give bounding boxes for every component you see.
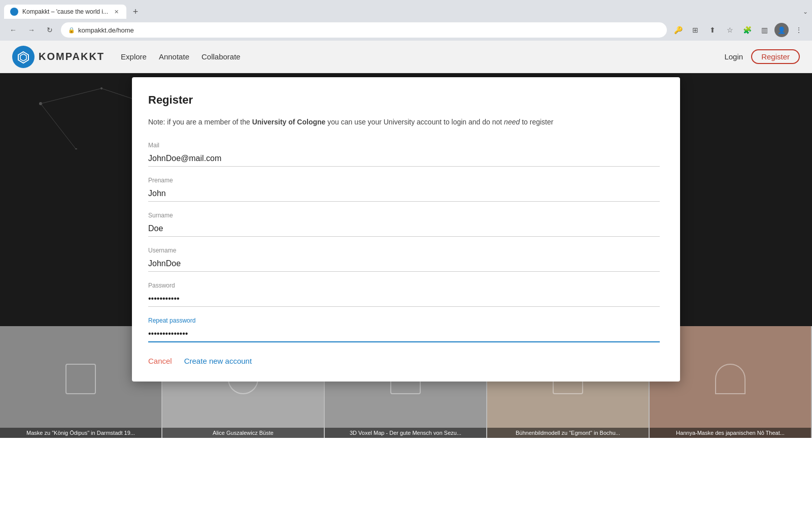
create-account-button[interactable]: Create new account	[184, 357, 252, 365]
nav-links: Explore Annotate Collaborate	[121, 52, 724, 61]
note-suffix: to register	[520, 118, 553, 126]
lock-icon: 🔒	[68, 27, 75, 34]
gallery-label-1: Maske zu "König Ödipus" in Darmstadt 19.…	[0, 428, 161, 438]
app-header: KOMPAKKT Explore Annotate Collaborate Lo…	[0, 41, 812, 73]
header-actions: Login Register	[724, 49, 800, 64]
back-button[interactable]: ←	[6, 23, 20, 37]
surname-label: Surname	[148, 212, 660, 219]
surname-field: Surname	[148, 212, 660, 237]
password-label: Password	[148, 282, 660, 289]
new-tab-button[interactable]: +	[128, 5, 143, 19]
gallery-label-5: Hannya-Maske des japanischen Nô Theat...	[650, 428, 811, 438]
note-italic: need	[504, 118, 520, 126]
profile-icon[interactable]: 👤	[774, 23, 789, 37]
password-input[interactable]	[148, 291, 660, 307]
logo[interactable]: KOMPAKKT	[12, 46, 105, 68]
tab-bar: Kompakkt – 'cause the world i... ✕ + ⌄	[0, 0, 812, 19]
gallery-label-3: 3D Voxel Map - Der gute Mensch von Sezu.…	[325, 428, 486, 438]
page-background: Register Note: if you are a member of th…	[0, 73, 812, 438]
prename-label: Prename	[148, 177, 660, 184]
password-icon[interactable]: 🔑	[671, 23, 685, 37]
mail-field: Mail	[148, 142, 660, 167]
tab-title: Kompakkt – 'cause the world i...	[22, 8, 108, 15]
login-button[interactable]: Login	[724, 52, 743, 61]
mail-input[interactable]	[148, 151, 660, 167]
address-bar: ← → ↻ 🔒 kompakkt.de/home 🔑 ⊞ ⬆ ☆ 🧩 ▥ 👤 ⋮	[0, 19, 812, 41]
prename-input[interactable]	[148, 186, 660, 202]
repeat-password-field: Repeat password	[148, 317, 660, 342]
repeat-password-input[interactable]	[148, 326, 660, 342]
tab-favicon	[10, 8, 18, 16]
bookmark-icon[interactable]: ☆	[723, 23, 737, 37]
cancel-button[interactable]: Cancel	[148, 357, 172, 365]
gallery-shape-5	[715, 364, 746, 394]
note-mid: you can use your University account to l…	[325, 118, 504, 126]
note-prefix: Note: if you are a member of the	[148, 118, 252, 126]
share-icon[interactable]: ⬆	[705, 23, 720, 37]
forward-button[interactable]: →	[24, 23, 39, 37]
gallery-label-2: Alice Guszalewicz Büste	[162, 428, 324, 438]
repeat-password-label: Repeat password	[148, 317, 660, 324]
svg-marker-1	[20, 54, 26, 61]
register-button[interactable]: Register	[751, 49, 800, 64]
gallery-shape-1	[65, 364, 96, 394]
nav-collaborate[interactable]: Collaborate	[201, 52, 241, 61]
url-bar[interactable]: 🔒 kompakkt.de/home	[61, 22, 667, 38]
prename-field: Prename	[148, 177, 660, 202]
nav-annotate[interactable]: Annotate	[159, 52, 189, 61]
logo-icon	[12, 46, 35, 68]
username-input[interactable]	[148, 256, 660, 272]
surname-input[interactable]	[148, 221, 660, 237]
toolbar-icons: 🔑 ⊞ ⬆ ☆ 🧩 ▥ 👤 ⋮	[671, 23, 806, 37]
username-label: Username	[148, 247, 660, 254]
username-field: Username	[148, 247, 660, 272]
note-bold: University of Cologne	[252, 118, 326, 126]
browser-menu-chevron[interactable]: ⌄	[803, 8, 808, 15]
translate-icon[interactable]: ⊞	[688, 23, 702, 37]
reload-button[interactable]: ↻	[43, 23, 57, 37]
extensions-icon[interactable]: 🧩	[740, 23, 754, 37]
modal-actions: Cancel Create new account	[148, 357, 660, 365]
mail-label: Mail	[148, 142, 660, 149]
tab-close-button[interactable]: ✕	[112, 8, 120, 16]
splitscreen-icon[interactable]: ▥	[757, 23, 771, 37]
modal-title: Register	[148, 93, 660, 107]
menu-icon[interactable]: ⋮	[792, 23, 806, 37]
gallery-label-4: Bühnenbildmodell zu "Egmont" in Bochu...	[487, 428, 649, 438]
logo-text: KOMPAKKT	[39, 51, 105, 62]
url-text: kompakkt.de/home	[78, 26, 134, 34]
nav-explore[interactable]: Explore	[121, 52, 147, 61]
modal-note: Note: if you are a member of the Univers…	[148, 117, 660, 128]
active-tab[interactable]: Kompakkt – 'cause the world i... ✕	[4, 5, 126, 19]
password-field: Password	[148, 282, 660, 307]
browser-chrome: Kompakkt – 'cause the world i... ✕ + ⌄ ←…	[0, 0, 812, 41]
register-modal: Register Note: if you are a member of th…	[132, 77, 680, 382]
